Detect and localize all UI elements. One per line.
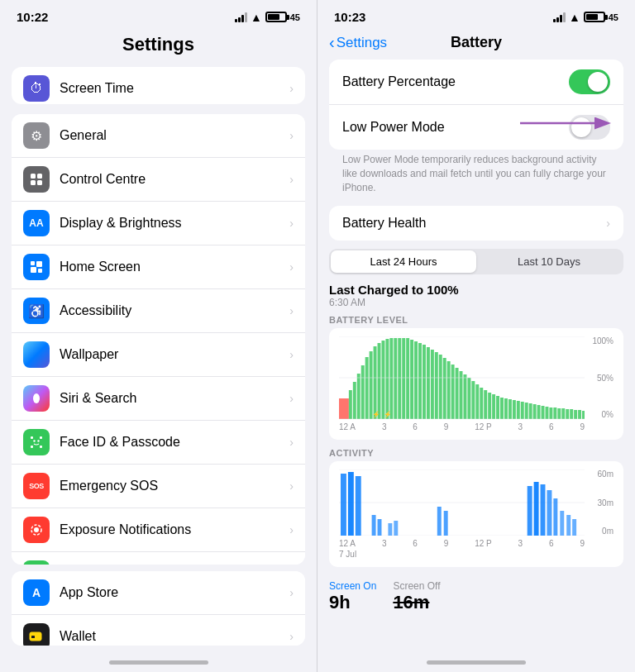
settings-item-accessibility[interactable]: ♿ Accessibility › <box>12 289 305 333</box>
activity-x-labels: 12 A 3 6 9 12 P 3 6 9 <box>339 539 614 548</box>
battery-percentage-toggle[interactable] <box>569 69 610 94</box>
siri-label: Siri & Search <box>60 391 289 406</box>
right-wifi-icon: ▲ <box>569 11 580 24</box>
battery-level-section: BATTERY LEVEL <box>329 315 623 440</box>
left-phone: 10:22 ▲ 45 Settings ⏱ Screen <box>0 0 318 672</box>
screen-on-stat: Screen On 9h <box>329 580 376 613</box>
battery-health-row[interactable]: Battery Health › <box>329 206 623 241</box>
settings-item-wallet[interactable]: Wallet › <box>12 615 305 646</box>
bottom-settings-group: A App Store › Wallet › <box>12 571 305 646</box>
svg-rect-65 <box>492 394 495 419</box>
screen-time-group: ⏱ Screen Time › <box>12 67 305 104</box>
low-power-description: Low Power Mode temporarily reduces backg… <box>329 150 623 203</box>
settings-title: Settings <box>122 34 194 55</box>
svg-rect-56 <box>456 368 459 419</box>
settings-item-exposure[interactable]: Exposure Notifications › <box>12 508 305 552</box>
settings-item-siri[interactable]: Siri & Search › <box>12 377 305 421</box>
settings-item-control-centre[interactable]: Control Centre › <box>12 158 305 202</box>
settings-item-general[interactable]: ⚙ General › <box>12 114 305 158</box>
activity-svg <box>339 469 585 536</box>
svg-rect-72 <box>521 402 524 419</box>
low-power-toggle[interactable] <box>569 115 610 140</box>
svg-rect-39 <box>385 339 389 419</box>
battery-health-chevron: › <box>606 217 610 230</box>
siri-icon <box>23 385 50 412</box>
battery-health-label: Battery Health <box>342 216 606 231</box>
svg-rect-73 <box>525 403 528 419</box>
faceid-label: Face ID & Passcode <box>60 435 289 450</box>
screen-on-value: 9h <box>329 592 376 613</box>
screen-time-item[interactable]: ⏱ Screen Time › <box>12 67 305 104</box>
left-status-time: 10:22 <box>17 10 48 24</box>
svg-rect-52 <box>439 355 442 419</box>
svg-rect-68 <box>504 398 508 419</box>
svg-rect-36 <box>374 346 377 419</box>
svg-rect-59 <box>467 378 470 419</box>
svg-point-14 <box>37 441 39 442</box>
svg-rect-106 <box>534 482 539 536</box>
battery-content: Battery Percentage Low Power Mode <box>318 60 635 652</box>
svg-rect-48 <box>423 345 426 419</box>
svg-rect-9 <box>31 436 33 439</box>
svg-rect-81 <box>557 408 561 419</box>
activity-y-labels: 60m 30m 0m <box>589 469 614 536</box>
settings-item-battery[interactable]: Battery › <box>12 552 305 565</box>
charge-title: Last Charged to 100% <box>329 283 623 297</box>
svg-rect-86 <box>578 410 581 419</box>
settings-item-display[interactable]: AA Display & Brightness › <box>12 202 305 245</box>
screen-time-label: Screen Time <box>60 81 289 96</box>
svg-rect-30 <box>349 390 352 419</box>
screen-time-icon: ⏱ <box>23 75 50 102</box>
faceid-icon <box>23 429 50 455</box>
svg-rect-32 <box>357 374 360 419</box>
settings-item-wallpaper[interactable]: Wallpaper › <box>12 333 305 377</box>
sos-icon: SOS <box>23 473 50 499</box>
svg-rect-53 <box>443 358 446 419</box>
control-centre-label: Control Centre <box>60 172 289 187</box>
settings-item-home-screen[interactable]: Home Screen › <box>12 245 305 289</box>
battery-x-labels: 12 A 3 6 9 12 P 3 6 9 <box>339 422 614 431</box>
svg-rect-105 <box>528 486 532 536</box>
time-option-10d[interactable]: Last 10 Days <box>476 250 622 273</box>
svg-rect-41 <box>394 338 397 419</box>
svg-rect-10 <box>40 436 42 439</box>
screen-time-chevron: › <box>289 82 294 95</box>
svg-rect-101 <box>388 523 392 536</box>
settings-item-sos[interactable]: SOS Emergency SOS › <box>12 465 305 508</box>
activity-date-label: 7 Jul <box>339 550 356 559</box>
svg-rect-99 <box>372 515 376 536</box>
wifi-icon: ▲ <box>251 11 262 24</box>
svg-rect-87 <box>582 411 585 419</box>
right-home-bar <box>427 660 526 665</box>
accessibility-label: Accessibility <box>60 303 289 318</box>
svg-rect-64 <box>488 393 491 419</box>
svg-rect-100 <box>378 519 382 536</box>
left-status-icons: ▲ 45 <box>235 11 300 24</box>
time-option-24h[interactable]: Last 24 Hours <box>331 250 476 273</box>
screen-off-stat: Screen Off 16m <box>393 580 440 613</box>
back-button[interactable]: ‹ Settings <box>329 33 387 52</box>
svg-rect-12 <box>40 446 42 448</box>
wallet-icon <box>23 623 50 646</box>
svg-rect-70 <box>513 400 516 419</box>
left-home-indicator <box>0 652 317 672</box>
sos-label: Emergency SOS <box>60 479 289 493</box>
display-label: Display & Brightness <box>60 216 289 231</box>
settings-item-faceid[interactable]: Face ID & Passcode › <box>12 421 305 465</box>
screen-stats: Screen On 9h Screen Off 16m <box>329 575 623 613</box>
home-screen-icon <box>23 254 50 280</box>
settings-item-appstore[interactable]: A App Store › <box>12 571 305 615</box>
right-battery-icon <box>584 12 605 22</box>
svg-rect-6 <box>31 267 36 273</box>
charge-info: Last Charged to 100% 6:30 AM <box>329 283 623 308</box>
svg-rect-31 <box>353 382 356 419</box>
battery-y-labels: 100% 50% 0% <box>589 336 614 419</box>
wallpaper-label: Wallpaper <box>60 347 289 362</box>
right-battery-percent: 45 <box>609 12 618 22</box>
svg-point-15 <box>34 527 39 532</box>
settings-list: ⏱ Screen Time › ⚙ General › <box>0 64 317 652</box>
general-label: General <box>60 128 289 143</box>
battery-level-chart: ⚡ ⚡ 100% 50% 0% 12 A 3 <box>329 328 623 440</box>
toggle-group: Battery Percentage Low Power Mode <box>329 60 623 150</box>
svg-rect-78 <box>545 407 548 419</box>
